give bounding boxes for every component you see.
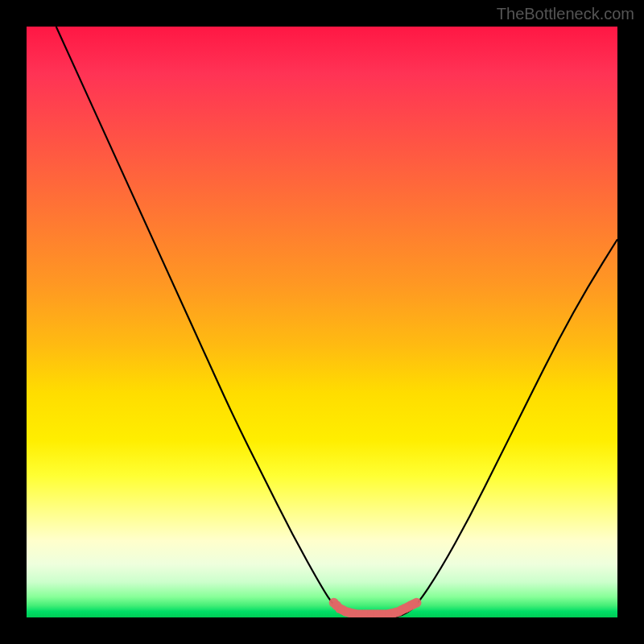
chart-svg: [27, 27, 617, 617]
optimal-range-marker: [329, 598, 422, 617]
watermark-text: TheBottleneck.com: [497, 5, 634, 23]
bottleneck-curve-line: [56, 27, 617, 617]
svg-point-28: [409, 599, 419, 609]
